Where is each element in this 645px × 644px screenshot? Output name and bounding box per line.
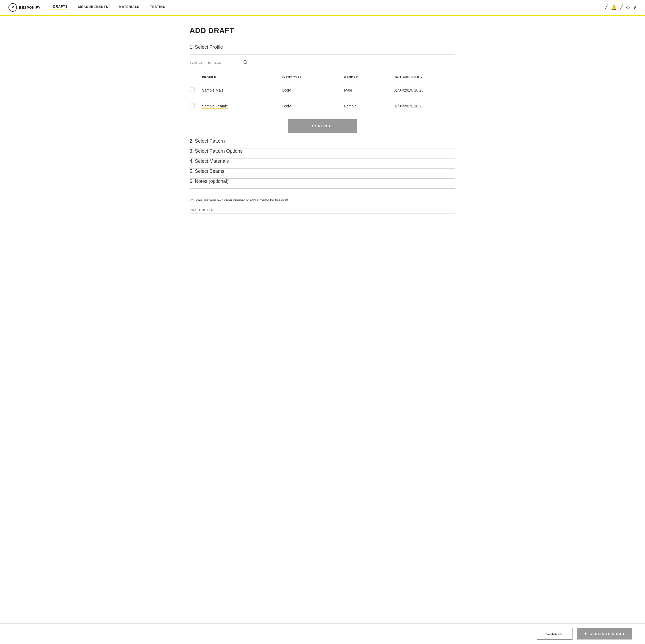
- nav-link-materials[interactable]: MATERIALS: [119, 5, 140, 10]
- svg-line-1: [246, 63, 247, 64]
- slash-icon-2: ╱: [620, 4, 623, 10]
- table-cell-profile-name: Sample Male: [202, 82, 282, 98]
- brand-logo-icon: ✕: [11, 6, 14, 9]
- page-title: ADD DRAFT: [190, 26, 455, 35]
- profile-table: PROFILE INPUT TYPE GENDER DATE MODIFIED …: [190, 73, 455, 114]
- table-cell-input-type-male: Body: [282, 82, 344, 98]
- table-row: Sample Female Body Female 01/04/2019, 16…: [190, 98, 455, 114]
- section-select-profile: 1. Select Profile PROFILE: [190, 44, 455, 138]
- notes-description: You can use your own order number or add…: [190, 198, 455, 202]
- nav-link-measurements[interactable]: MEASUREMENTS: [78, 5, 108, 10]
- table-cell-gender-male: Male: [344, 82, 394, 98]
- section-3-header: 3. Select Pattern Options: [190, 148, 455, 158]
- brand-logo: ✕: [8, 3, 17, 12]
- search-icon[interactable]: [243, 60, 248, 66]
- nav-right: ╱ 🔔 ╱ ⊙ ∨: [605, 4, 637, 10]
- section-2-header: 2. Select Pattern: [190, 138, 455, 148]
- navbar: ✕ BESPOKIFY DRAFTS MEASUREMENTS MATERIAL…: [0, 0, 645, 15]
- col-header-profile: PROFILE: [202, 73, 282, 82]
- table-cell-profile-name-female: Sample Female: [202, 98, 282, 114]
- main-content: ADD DRAFT 1. Select Profile: [177, 16, 468, 251]
- table-cell-input-type-female: Body: [282, 98, 344, 114]
- section-4-header: 4. Select Materials: [190, 158, 455, 169]
- table-cell-date-male: 01/04/2019, 16:25: [394, 82, 455, 98]
- nav-links: DRAFTS MEASUREMENTS MATERIALS TESTING: [53, 5, 605, 10]
- col-header-input-type: INPUT TYPE: [282, 73, 344, 82]
- table-cell-gender-female: Female: [344, 98, 394, 114]
- section-6-content: You can use your own order number or add…: [190, 189, 455, 219]
- search-input[interactable]: [190, 61, 243, 64]
- section-select-pattern: 2. Select Pattern: [190, 138, 455, 148]
- section-select-seams: 5. Select Seams: [190, 169, 455, 179]
- section-select-materials: 4. Select Materials: [190, 158, 455, 169]
- col-header-gender: GENDER: [344, 73, 394, 82]
- section-1-header: 1. Select Profile: [190, 44, 455, 54]
- section-6-header: 6. Notes (optional): [190, 179, 455, 189]
- col-header-radio: [190, 73, 202, 82]
- notification-icon[interactable]: 🔔: [611, 4, 617, 10]
- col-header-date-modified[interactable]: DATE MODIFIED ∨: [394, 73, 455, 82]
- section-1-content: PROFILE INPUT TYPE GENDER DATE MODIFIED …: [190, 54, 455, 138]
- profile-link-sample-male[interactable]: Sample Male: [202, 88, 224, 93]
- table-cell-radio: [190, 82, 202, 98]
- section-notes: 6. Notes (optional) You can use your own…: [190, 179, 455, 219]
- brand[interactable]: ✕ BESPOKIFY: [8, 3, 40, 12]
- table-cell-date-female: 01/04/2019, 16:23: [394, 98, 455, 114]
- user-icon[interactable]: ⊙: [626, 4, 630, 10]
- table-cell-radio-female: [190, 98, 202, 114]
- section-5-header: 5. Select Seams: [190, 169, 455, 179]
- continue-button[interactable]: CONTINUE: [288, 119, 357, 133]
- nav-link-drafts[interactable]: DRAFTS: [53, 5, 67, 10]
- slash-icon-1: ╱: [605, 4, 608, 10]
- profile-link-sample-female[interactable]: Sample Female: [202, 104, 228, 109]
- search-container: [190, 60, 248, 67]
- profile-radio-female[interactable]: [190, 103, 195, 108]
- draft-notes-input[interactable]: [190, 208, 455, 214]
- brand-name: BESPOKIFY: [19, 6, 40, 10]
- profile-radio-male[interactable]: [190, 87, 195, 92]
- section-select-pattern-options: 3. Select Pattern Options: [190, 148, 455, 158]
- table-row: Sample Male Body Male 01/04/2019, 16:25: [190, 82, 455, 98]
- chevron-down-icon[interactable]: ∨: [633, 4, 637, 10]
- nav-link-testing[interactable]: TESTING: [150, 5, 166, 10]
- sort-icon: ∨: [420, 75, 423, 79]
